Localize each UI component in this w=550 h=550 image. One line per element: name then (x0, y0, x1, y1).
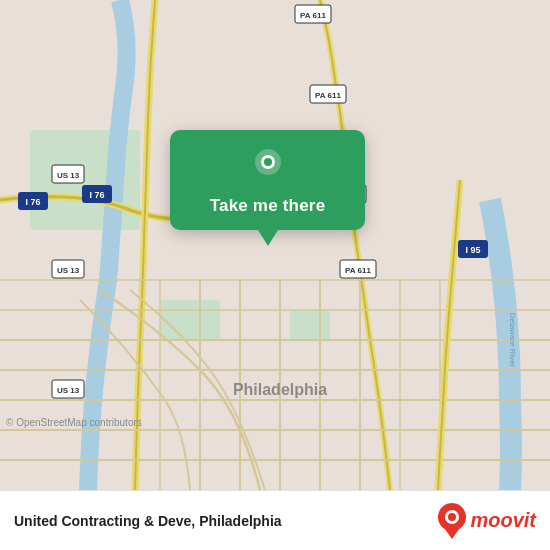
svg-text:I 76: I 76 (89, 190, 104, 200)
map-container[interactable]: I 76 I 76 US 13 US 13 US 13 PA 611 PA 61… (0, 0, 550, 490)
svg-text:US 13: US 13 (57, 266, 80, 275)
svg-rect-2 (160, 300, 220, 340)
svg-rect-3 (290, 310, 330, 340)
svg-text:US 13: US 13 (57, 171, 80, 180)
svg-text:I 95: I 95 (465, 245, 480, 255)
svg-text:PA 611: PA 611 (315, 91, 341, 100)
svg-text:US 13: US 13 (57, 386, 80, 395)
popup-label[interactable]: Take me there (210, 196, 326, 216)
svg-text:PA 611: PA 611 (345, 266, 371, 275)
svg-text:Philadelphia: Philadelphia (233, 381, 327, 398)
location-name: United Contracting & Deve, Philadelphia (14, 513, 282, 529)
popup-location-icon (246, 144, 290, 188)
svg-point-43 (264, 158, 272, 166)
moovit-logo[interactable]: moovit (438, 503, 536, 539)
svg-text:Delaware River: Delaware River (508, 313, 517, 368)
svg-point-45 (448, 513, 456, 521)
bottom-bar: United Contracting & Deve, Philadelphia … (0, 490, 550, 550)
location-popup[interactable]: Take me there (170, 130, 365, 230)
bottom-info: United Contracting & Deve, Philadelphia (14, 513, 282, 529)
svg-text:PA 611: PA 611 (300, 11, 326, 20)
moovit-pin-icon (438, 503, 466, 539)
svg-text:I 76: I 76 (25, 197, 40, 207)
moovit-text: moovit (470, 509, 536, 532)
osm-credit: © OpenStreetMap contributors (6, 417, 142, 428)
